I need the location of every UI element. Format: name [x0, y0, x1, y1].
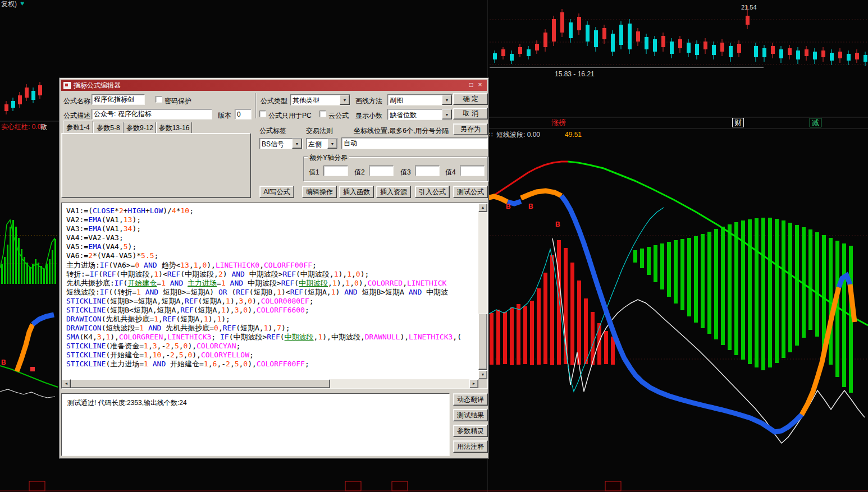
maximize-button[interactable]: □: [467, 81, 476, 89]
tab-params-1[interactable]: 参数1-4: [63, 121, 93, 133]
band-step-line: [33, 315, 54, 324]
code-line: 转折:=IF(REF(中期波段,1)<REF(中期波段,2) AND 中期波段>…: [66, 269, 478, 278]
insert-resource-button[interactable]: 插入资源: [376, 186, 411, 198]
dialog-titlebar[interactable]: 指标公式编辑器 □ ×: [61, 80, 487, 91]
chevron-down-icon[interactable]: ▼: [327, 139, 337, 149]
trade-rule-label: 交易法则: [306, 126, 333, 136]
ai-write-formula-button[interactable]: AI写公式: [259, 186, 294, 198]
param-panel: [61, 133, 251, 198]
code-line: DRAWICON(先机共振抄底=1,REF(短期A,1),1);: [66, 314, 478, 323]
jian-label: 减: [810, 118, 821, 127]
scroll-left-button[interactable]: ◄: [62, 379, 71, 388]
password-label: 密码保护: [165, 96, 191, 106]
top-candlestick-chart: [490, 6, 867, 67]
insert-function-button[interactable]: 插入函数: [339, 186, 374, 198]
formula-desc-label: 公式描述: [63, 111, 90, 121]
save-as-button[interactable]: 另存为: [453, 123, 488, 135]
tab-params-4[interactable]: 参数13-16: [156, 122, 192, 133]
dynamic-translate-button[interactable]: 动态翻译: [453, 393, 488, 406]
draw-method-label: 画线方法: [355, 96, 382, 106]
version-input[interactable]: [235, 109, 252, 119]
formula-type-select[interactable]: 其他类型 ▼: [290, 94, 350, 105]
password-checkbox[interactable]: [156, 96, 162, 103]
dialog-title: 指标公式编辑器: [74, 81, 467, 90]
test-result-button[interactable]: 测试结果: [453, 409, 488, 421]
param-wizard-button[interactable]: 参数精灵: [453, 425, 488, 437]
code-line: STICKLINE(开始建仓=1,10,-2,5,0),COLORYELLOW;: [66, 350, 478, 359]
formula-desc-input[interactable]: [92, 109, 212, 119]
scrollbar-corner: [478, 379, 487, 388]
test-formula-button[interactable]: 测试公式: [453, 186, 488, 198]
left-bottom-white-line: [0, 389, 55, 398]
code-line: VA3:=EMA(VA1,34);: [66, 224, 478, 233]
code-line: STICKLINE(短期B<短期A,短期A,REF(短期A,1),3,0),CO…: [66, 305, 478, 314]
chevron-down-icon[interactable]: ▼: [340, 95, 350, 105]
cancel-button[interactable]: 取 消: [453, 108, 488, 119]
pc-only-checkbox[interactable]: [259, 111, 266, 117]
buy-marker-b4: B: [1, 359, 6, 366]
status-text: 测试通过! 代码长度:2353,输出线个数:24: [67, 399, 187, 407]
h-scrollbar[interactable]: ◄ ►: [62, 379, 478, 388]
chevron-down-icon[interactable]: ▼: [442, 95, 452, 105]
formula-tag-label: 公式标签: [259, 126, 286, 136]
restore-label: 复权): [1, 1, 17, 7]
cai-label: 财: [732, 118, 744, 127]
y-value-label-3: 值3: [400, 168, 411, 177]
y-value-input-1[interactable]: [323, 165, 348, 176]
scroll-down-button[interactable]: ▼: [478, 370, 487, 379]
scroll-up-button[interactable]: ▲: [478, 203, 487, 212]
main-indicator-chart: [487, 162, 868, 443]
v-scrollbar[interactable]: ▲ ▼: [478, 203, 487, 379]
formula-tag-value: BS信号: [262, 140, 292, 149]
edit-operation-button[interactable]: 编辑操作: [302, 186, 337, 198]
code-line: VA6:=2*(VA4-VA5)*5.5;: [66, 251, 478, 260]
band-step-line: [521, 191, 561, 198]
scroll-right-button[interactable]: ►: [469, 379, 478, 388]
decimals-select[interactable]: 缺省位数 ▼: [387, 109, 453, 120]
y-value-label-1: 值1: [309, 168, 319, 177]
chevron-down-icon[interactable]: ▼: [442, 109, 452, 119]
usage-notes-button[interactable]: 用法注释: [453, 440, 488, 453]
extra-y-legend: 额外Y轴分界: [308, 153, 349, 163]
bottom-taskbar-fragments: [0, 481, 868, 491]
ok-button[interactable]: 确 定: [453, 93, 488, 105]
y-value-label-4: 值4: [445, 168, 456, 177]
price-high-label: 21.54: [741, 4, 757, 11]
subchart-value: 49.51: [565, 131, 582, 138]
band-step-line: [17, 324, 33, 371]
formula-name-input[interactable]: [92, 94, 145, 105]
code-line: STICKLINE(准备资金=1,3,-2,5,0),COLORCYAN;: [66, 341, 478, 350]
draw-method-select[interactable]: 副图 ▼: [387, 94, 453, 105]
buy-marker-b3: B: [555, 221, 560, 228]
price-range-label: 15.83 - 16.21: [555, 71, 595, 77]
code-line: 短线波段:IF((转折=1 AND 短期B>=短期A) OR (REF(短期B,…: [66, 287, 478, 296]
trade-rule-value: 左侧: [308, 140, 327, 149]
decimals-value: 缺省位数: [390, 111, 442, 120]
cloud-checkbox[interactable]: [319, 111, 326, 117]
chevron-down-icon[interactable]: ▼: [292, 139, 302, 149]
formula-editor-dialog: 指标公式编辑器 □ × 公式名称 密码保护 公式类型 其他类型 ▼ 画线方法 副…: [59, 77, 489, 459]
dialog-icon: [63, 82, 71, 89]
y-value-input-4[interactable]: [460, 165, 485, 176]
buy-marker-b1: B: [506, 203, 511, 210]
y-value-input-3[interactable]: [415, 165, 440, 176]
y-value-input-2[interactable]: [369, 165, 394, 176]
code-text[interactable]: VA1:=(CLOSE*2+HIGH+LOW)/4*10;VA2:=EMA(VA…: [62, 203, 478, 379]
code-editor[interactable]: VA1:=(CLOSE*2+HIGH+LOW)/4*10;VA2:=EMA(VA…: [61, 203, 488, 389]
code-line: VA4:=VA2-VA3;: [66, 233, 478, 242]
left-indicator-label: 实心红柱: 0.00: [1, 123, 45, 130]
band-step-line: [802, 287, 839, 415]
coord-position-input[interactable]: [341, 137, 488, 149]
heart-icon: ♥: [20, 0, 24, 7]
trade-rule-select[interactable]: 左侧 ▼: [306, 138, 338, 149]
formula-name-label: 公式名称: [63, 96, 90, 106]
close-button[interactable]: ×: [476, 81, 485, 89]
v-scroll-thumb[interactable]: [478, 314, 487, 370]
tab-params-2[interactable]: 参数5-8: [93, 122, 124, 133]
h-scroll-thumb[interactable]: [71, 379, 330, 388]
code-line: 主力进场:IF(VA6>=0 AND 趋势<13,1,0),LINETHICK0…: [66, 260, 478, 269]
tab-params-3[interactable]: 参数9-12: [124, 122, 156, 133]
pc-only-label: 公式只用于PC: [268, 111, 312, 121]
import-formula-button[interactable]: 引入公式: [415, 186, 450, 198]
formula-tag-select[interactable]: BS信号 ▼: [259, 138, 303, 149]
